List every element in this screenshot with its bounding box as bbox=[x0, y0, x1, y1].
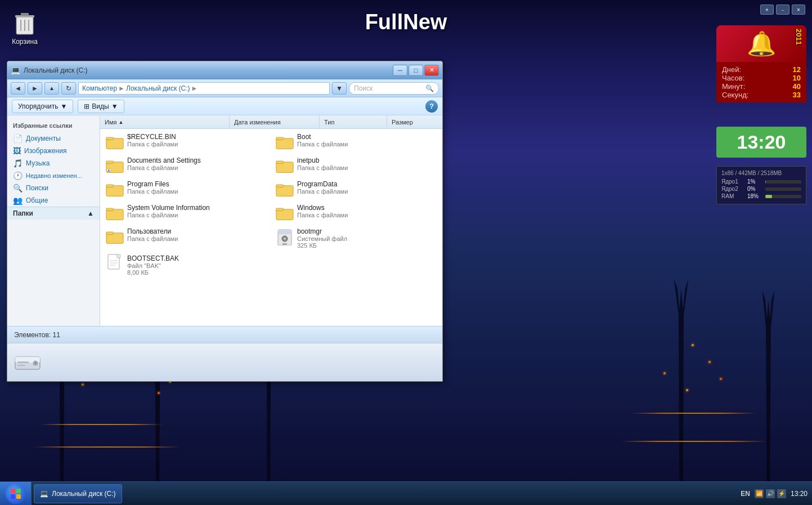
file-list-area[interactable]: Имя ▲ Дата изменения Тип Размер Ключевые… bbox=[100, 115, 442, 326]
svg-rect-44 bbox=[16, 489, 21, 493]
folder-icon-systemvolume bbox=[106, 204, 124, 222]
views-button[interactable]: ⊞ Виды ▼ bbox=[78, 100, 124, 113]
file-item-programfiles[interactable]: Program Files Папка с файлами bbox=[101, 177, 271, 201]
sidebar-public-label: Общие bbox=[26, 196, 48, 204]
searches-icon: 🔍 bbox=[13, 184, 23, 193]
file-info-users: Пользователи Папка с файлами bbox=[127, 227, 267, 242]
filename-boot: Boot bbox=[297, 133, 437, 141]
start-button[interactable] bbox=[0, 482, 32, 506]
file-info-inetpub: inetpub Папка с файлами bbox=[297, 157, 437, 171]
filedesc-docsettings: Папка с файлами bbox=[127, 164, 267, 171]
ram-bar-bg bbox=[765, 195, 801, 198]
search-placeholder: Поиск bbox=[354, 84, 373, 92]
trc-add-button[interactable]: + bbox=[760, 5, 774, 15]
refresh-button[interactable]: ↻ bbox=[61, 82, 76, 95]
folder-icon-windows bbox=[276, 204, 294, 222]
dropdown-button[interactable]: ▼ bbox=[332, 82, 347, 95]
file-item-inetpub[interactable]: inetpub Папка с файлами bbox=[271, 154, 441, 177]
images-icon: 🖼 bbox=[13, 146, 21, 155]
taskbar-clock: 13:20 bbox=[791, 490, 807, 498]
file-item-docsettings[interactable]: Documents and Settings Папка с файлами bbox=[101, 154, 271, 177]
window-controls: ─ □ ✕ bbox=[393, 65, 439, 76]
sidebar-item-searches[interactable]: 🔍 Поиски bbox=[7, 182, 100, 194]
recycle-bin-icon[interactable]: Корзина bbox=[11, 8, 38, 46]
col-type[interactable]: Тип bbox=[320, 115, 387, 129]
trc-min-button[interactable]: - bbox=[776, 5, 789, 15]
filename-docsettings: Documents and Settings bbox=[127, 157, 267, 164]
folders-section[interactable]: Папки ▲ bbox=[7, 207, 100, 220]
up-button[interactable]: ▲ bbox=[44, 82, 59, 95]
sidebar-item-music[interactable]: 🎵 Музыка bbox=[7, 157, 100, 169]
taskbar-item-explorer[interactable]: 💻 Локальный диск (C:) bbox=[34, 484, 122, 503]
taskbar-items: 💻 Локальный диск (C:) bbox=[32, 484, 736, 503]
file-item-users[interactable]: Пользователи Папка с файлами bbox=[101, 225, 271, 252]
toolbar: Упорядочить ▼ ⊞ Виды ▼ ? bbox=[7, 97, 442, 115]
col-name[interactable]: Имя ▲ bbox=[100, 115, 230, 129]
filename-windows: Windows bbox=[297, 204, 437, 212]
file-item-bootmgr[interactable]: bootmgr Системный файл 325 КБ bbox=[271, 225, 441, 252]
forward-button[interactable]: ► bbox=[28, 82, 42, 95]
col-modified[interactable]: Дата изменения bbox=[230, 115, 320, 129]
file-info-bootsect: BOOTSECT.BAK Файл "BAK" 8,00 КБ bbox=[127, 254, 267, 276]
sidebar-item-images[interactable]: 🖼 Изображения bbox=[7, 145, 100, 157]
clock-widget: 13:20 bbox=[716, 127, 806, 158]
breadcrumb-drive: Локальный диск (C:) bbox=[126, 84, 190, 92]
sidebar-item-documents[interactable]: 📄 Документы bbox=[7, 132, 100, 145]
public-icon: 👥 bbox=[13, 196, 23, 205]
sysmon-core2-row: Ядро2 0% bbox=[721, 186, 801, 192]
filedesc-users: Папка с файлами bbox=[127, 235, 267, 242]
file-item-boot[interactable]: Boot Папка с файлами bbox=[271, 130, 441, 154]
filesize-bootmgr: 325 КБ bbox=[297, 242, 437, 249]
filename-systemvolume: System Volume Information bbox=[127, 204, 267, 212]
file-info-systemvolume: System Volume Information Папка с файлам… bbox=[127, 204, 267, 218]
filedesc-recycle: Папка с файлами bbox=[127, 141, 267, 148]
minutes-value: 40 bbox=[793, 82, 801, 91]
sidebar-recent-label: Недавно изменен... bbox=[26, 172, 82, 179]
taskbar: 💻 Локальный диск (C:) EN 📶 🔊 ⚡ 13:20 bbox=[0, 481, 812, 505]
items-count: Элементов: 11 bbox=[14, 331, 60, 339]
christmas-widget: 2011 🔔 Дней: 12 Часов: 10 Минут: 40 Секу… bbox=[716, 25, 806, 102]
col-size[interactable]: Размер bbox=[387, 115, 442, 129]
taskbar-right: EN 📶 🔊 ⚡ 13:20 bbox=[736, 489, 812, 498]
svg-rect-7 bbox=[106, 137, 113, 140]
svg-point-29 bbox=[284, 238, 286, 240]
file-item-bootsect[interactable]: BOOTSECT.BAK Файл "BAK" 8,00 КБ bbox=[101, 252, 271, 279]
organize-button[interactable]: Упорядочить ▼ bbox=[12, 100, 73, 113]
core1-bar-bg bbox=[765, 180, 801, 184]
svg-rect-46 bbox=[16, 494, 21, 499]
back-button[interactable]: ◄ bbox=[11, 82, 25, 95]
status-bar: Элементов: 11 bbox=[7, 326, 442, 343]
svg-rect-15 bbox=[276, 161, 283, 163]
views-arrow: ▼ bbox=[111, 102, 118, 110]
file-item-windows[interactable]: Windows Папка с файлами bbox=[271, 201, 441, 225]
ram-val: 18% bbox=[747, 193, 763, 199]
close-button[interactable]: ✕ bbox=[424, 65, 439, 76]
gear-file-icon-bootmgr bbox=[276, 227, 294, 245]
file-info-programfiles: Program Files Папка с файлами bbox=[127, 180, 267, 195]
trc-close-button[interactable]: × bbox=[792, 5, 805, 15]
doc-file-icon-bootsect bbox=[106, 254, 124, 272]
filedesc-boot: Папка с файлами bbox=[297, 141, 437, 148]
sidebar-item-recent[interactable]: 🕐 Недавно изменен... bbox=[7, 169, 100, 182]
filedesc-systemvolume: Папка с файлами bbox=[127, 212, 267, 218]
organize-arrow: ▼ bbox=[60, 102, 67, 110]
file-item-programdata[interactable]: ProgramData Папка с файлами bbox=[271, 177, 441, 201]
svg-rect-45 bbox=[11, 494, 15, 499]
sidebar-item-public[interactable]: 👥 Общие bbox=[7, 194, 100, 207]
maximize-button[interactable]: □ bbox=[409, 65, 423, 76]
filedesc-windows: Папка с файлами bbox=[297, 212, 437, 218]
help-button[interactable]: ? bbox=[425, 100, 438, 113]
svg-rect-23 bbox=[276, 208, 283, 211]
folder-icon-inetpub bbox=[276, 157, 294, 175]
file-item-recycle[interactable]: $RECYCLE.BIN Папка с файлами bbox=[101, 130, 271, 154]
file-item-systemvolume[interactable]: System Volume Information Папка с файлам… bbox=[101, 201, 271, 225]
bells-area: 2011 🔔 bbox=[716, 25, 806, 62]
taskbar-time: 13:20 bbox=[791, 490, 807, 498]
minimize-button[interactable]: ─ bbox=[393, 65, 407, 76]
search-box[interactable]: Поиск 🔍 bbox=[349, 82, 439, 95]
svg-rect-21 bbox=[106, 208, 113, 211]
seconds-value: 33 bbox=[793, 91, 801, 99]
file-info-boot: Boot Папка с файлами bbox=[297, 133, 437, 148]
year-label: 2011 bbox=[795, 29, 803, 45]
address-path-box[interactable]: Компьютер ► Локальный диск (C:) ► bbox=[78, 82, 330, 95]
